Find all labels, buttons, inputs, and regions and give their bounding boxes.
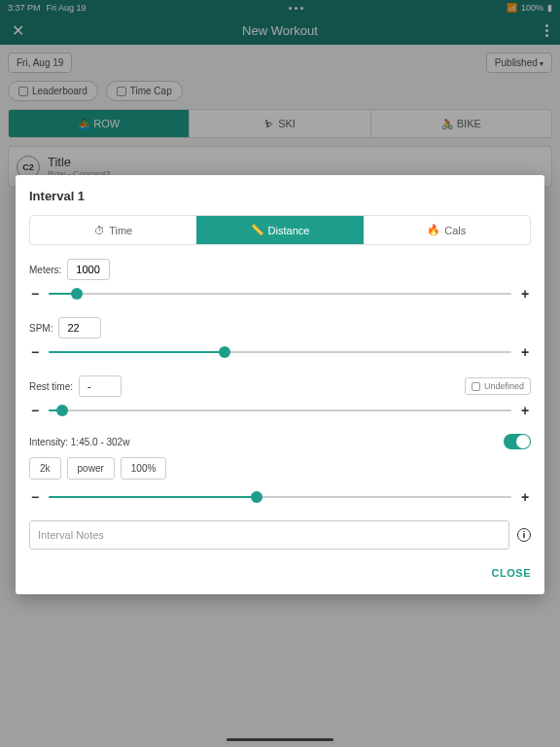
intensity-toggle[interactable] [504,434,531,449]
meters-slider[interactable] [49,293,511,295]
spm-label: SPM: [29,323,52,334]
spm-slider[interactable] [49,351,511,353]
intensity-label: Intensity: 1:45.0 - 302w [29,437,129,447]
rest-label: Rest time: [29,381,73,392]
intensity-minus[interactable]: − [29,489,41,505]
pill-2k[interactable]: 2k [29,457,61,480]
rest-row: Rest time: Undefined − + [29,375,531,418]
tab-cals[interactable]: 🔥Cals [364,216,530,244]
modal-title: Interval 1 [29,189,531,203]
pill-power[interactable]: power [67,457,115,480]
meters-plus[interactable]: + [519,286,531,302]
interval-modal: Interval 1 ⏱Time 📏Distance 🔥Cals Meters:… [16,175,544,594]
interval-type-tabs: ⏱Time 📏Distance 🔥Cals [29,215,531,245]
tab-distance[interactable]: 📏Distance [196,216,363,244]
spm-plus[interactable]: + [519,344,531,360]
spm-minus[interactable]: − [29,344,41,360]
meters-minus[interactable]: − [29,286,41,302]
spm-input[interactable] [58,317,101,338]
intensity-row: Intensity: 1:45.0 - 302w 2k power 100% −… [29,434,531,505]
info-icon[interactable]: i [517,528,531,542]
pill-pct[interactable]: 100% [121,457,167,480]
rest-plus[interactable]: + [519,403,531,418]
rest-input[interactable] [79,375,122,397]
undefined-checkbox[interactable]: Undefined [465,377,531,395]
meters-input[interactable] [67,259,110,280]
meters-row: Meters: − + [29,259,531,302]
intensity-slider[interactable] [49,496,511,498]
tab-time[interactable]: ⏱Time [30,216,196,244]
distance-icon: 📏 [251,224,264,236]
fire-icon: 🔥 [427,224,440,236]
meters-label: Meters: [29,265,61,275]
home-indicator[interactable] [227,738,333,741]
notes-input[interactable]: Interval Notes [29,520,509,550]
close-button[interactable]: CLOSE [492,567,531,579]
spm-row: SPM: − + [29,317,531,360]
clock-icon: ⏱ [94,225,105,236]
intensity-plus[interactable]: + [519,489,531,505]
rest-minus[interactable]: − [29,403,41,418]
rest-slider[interactable] [49,409,511,411]
